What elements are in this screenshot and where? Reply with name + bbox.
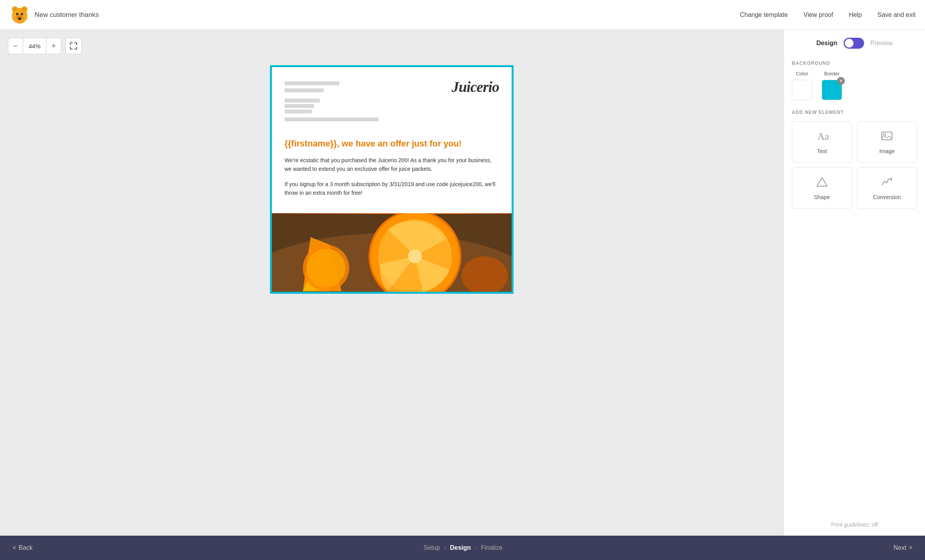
add-shape-button[interactable]: Shape	[792, 167, 852, 209]
svg-point-23	[883, 134, 886, 136]
back-label: Back	[18, 544, 33, 551]
email-image-section	[272, 213, 512, 292]
step-sep-2: ›	[475, 544, 477, 551]
email-greeting: {{firstname}}, we have an offer just for…	[284, 139, 499, 149]
zoom-out-button[interactable]: −	[8, 38, 23, 54]
preview-label: Preview	[870, 40, 893, 47]
conversion-icon	[881, 176, 893, 190]
svg-point-7	[21, 13, 23, 15]
design-label: Design	[816, 40, 837, 47]
background-color-swatch[interactable]	[792, 80, 812, 100]
fullscreen-button[interactable]	[65, 38, 82, 54]
email-line-2	[284, 88, 324, 92]
next-button[interactable]: Next >	[894, 544, 912, 551]
svg-point-6	[16, 13, 18, 15]
change-template-button[interactable]: Change template	[740, 11, 788, 18]
zoom-value-display: 44%	[23, 38, 46, 54]
svg-point-3	[13, 7, 17, 11]
email-line-1	[284, 81, 340, 85]
email-logo: Juicerio	[451, 78, 499, 95]
email-paragraph-2: If you signup for a 3 month subscription…	[284, 180, 499, 198]
remove-border-color-button[interactable]: ✕	[837, 77, 845, 85]
conversion-element-label: Conversion	[873, 194, 901, 200]
breadcrumb-steps: Setup › Design › Finalize	[33, 544, 894, 551]
background-section-label: BACKGROUND	[792, 60, 917, 66]
email-paragraph-1: We're ecstatic that you purchased the Ju…	[284, 156, 499, 174]
svg-point-4	[22, 7, 26, 11]
email-line-4	[284, 104, 314, 108]
color-border-row: Color Border ✕	[792, 71, 917, 100]
border-col-label: Border	[824, 71, 839, 77]
bottom-bar: < Back Setup › Design › Finalize Next >	[0, 536, 925, 560]
top-header: New customer thanks Change template View…	[0, 0, 925, 30]
svg-point-19	[307, 249, 345, 287]
add-text-button[interactable]: Aa Text	[792, 121, 852, 163]
email-header-section: Juicerio	[272, 67, 512, 132]
logo-area: New customer thanks	[9, 5, 99, 25]
bear-logo-icon	[9, 5, 30, 25]
canvas-area: − 44% +	[0, 30, 784, 536]
orange-svg	[272, 213, 512, 292]
background-section: BACKGROUND Color Border ✕	[792, 60, 917, 110]
right-panel: Design Preview BACKGROUND Color Border ✕	[784, 30, 925, 536]
email-line-3	[284, 99, 320, 102]
element-grid: Aa Text Image	[792, 121, 917, 209]
add-conversion-button[interactable]: Conversion	[857, 167, 918, 209]
svg-rect-22	[882, 132, 892, 140]
add-element-section: ADD NEW ELEMENT Aa Text	[792, 110, 917, 218]
text-icon: Aa	[816, 130, 828, 144]
border-color-swatch[interactable]: ✕	[822, 80, 842, 100]
next-label: Next	[894, 544, 907, 551]
design-preview-toggle[interactable]	[844, 38, 864, 49]
print-guidelines: Print guidelines: off	[792, 515, 917, 528]
text-element-label: Text	[817, 148, 827, 154]
shape-icon	[816, 176, 828, 190]
design-preview-toggle-row: Design Preview	[792, 38, 917, 49]
color-col: Color	[792, 71, 812, 100]
view-proof-button[interactable]: View proof	[804, 11, 833, 18]
email-address-lines	[284, 78, 451, 124]
back-button[interactable]: < Back	[13, 544, 33, 551]
image-element-label: Image	[879, 148, 895, 154]
step-design: Design	[450, 544, 471, 551]
add-image-button[interactable]: Image	[857, 121, 918, 163]
border-col: Border ✕	[822, 71, 842, 100]
header-nav: Change template View proof Help Save and…	[740, 11, 916, 18]
step-finalize: Finalize	[481, 544, 503, 551]
step-setup: Setup	[424, 544, 440, 551]
email-line-6	[284, 117, 379, 121]
image-icon	[881, 130, 893, 144]
next-icon: >	[909, 544, 912, 551]
main-area: − 44% +	[0, 30, 925, 536]
zoom-in-button[interactable]: +	[46, 38, 61, 54]
zoom-controls: − 44% +	[8, 38, 82, 54]
back-icon: <	[13, 544, 16, 551]
fullscreen-icon	[70, 42, 77, 49]
shape-element-label: Shape	[814, 194, 830, 200]
add-element-label: ADD NEW ELEMENT	[792, 110, 917, 115]
svg-point-11	[18, 18, 21, 20]
orange-image	[272, 213, 512, 292]
svg-point-17	[408, 249, 422, 263]
svg-point-9	[17, 14, 18, 15]
svg-text:Aa: Aa	[817, 131, 828, 142]
svg-point-10	[22, 14, 23, 15]
toggle-knob	[845, 39, 853, 48]
email-canvas-wrapper: Juicerio {{firstname}}, we have an offer…	[8, 65, 776, 294]
email-template[interactable]: Juicerio {{firstname}}, we have an offer…	[270, 65, 514, 294]
save-and-exit-button[interactable]: Save and exit	[877, 11, 916, 18]
email-line-5	[284, 110, 312, 113]
document-title: New customer thanks	[35, 11, 99, 19]
help-button[interactable]: Help	[849, 11, 862, 18]
step-sep-1: ›	[444, 544, 446, 551]
color-col-label: Color	[796, 71, 808, 77]
email-body: {{firstname}}, we have an offer just for…	[272, 132, 512, 213]
